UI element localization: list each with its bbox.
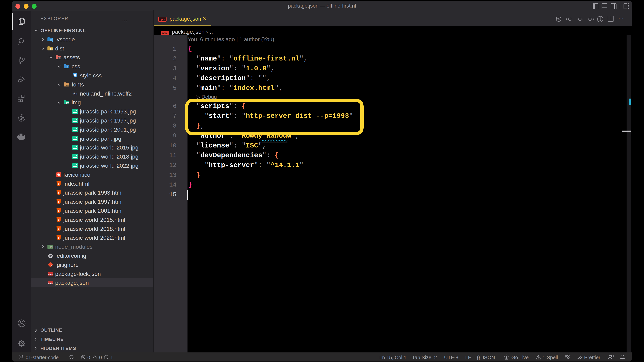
svg-text:npm: npm bbox=[162, 31, 168, 34]
svg-text:5: 5 bbox=[58, 200, 60, 203]
svg-text:Aa: Aa bbox=[66, 84, 69, 87]
svg-text:5: 5 bbox=[58, 182, 60, 185]
svg-text:5: 5 bbox=[58, 218, 60, 221]
svg-text:js: js bbox=[50, 246, 52, 248]
svg-text:5: 5 bbox=[58, 236, 60, 239]
svg-text:npm: npm bbox=[160, 18, 165, 21]
svg-text:npm: npm bbox=[48, 273, 52, 275]
svg-text:Aa: Aa bbox=[73, 91, 78, 96]
svg-text:npm: npm bbox=[48, 282, 52, 284]
svg-text:5: 5 bbox=[58, 227, 60, 230]
svg-text:5: 5 bbox=[58, 209, 60, 212]
svg-text:5: 5 bbox=[58, 191, 60, 194]
svg-text:3: 3 bbox=[67, 66, 68, 68]
